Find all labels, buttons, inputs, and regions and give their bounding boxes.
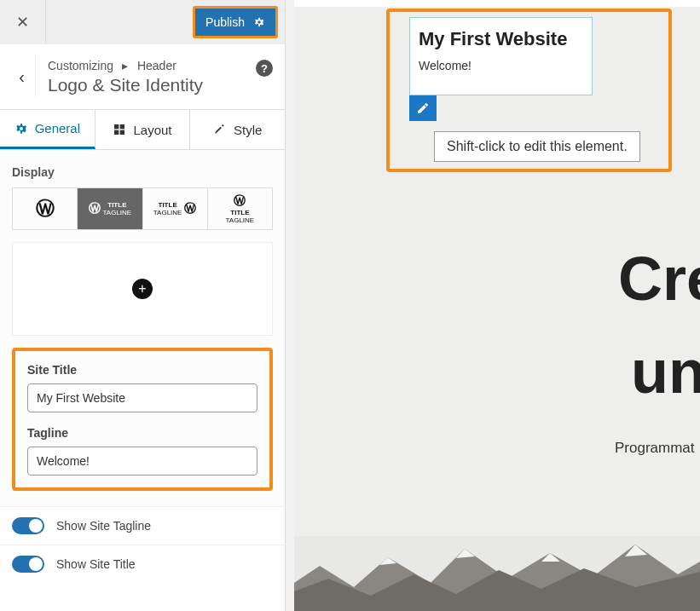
- display-label: Display: [12, 165, 273, 179]
- customizer-sidebar: ✕ Publish ‹ Customizing ▸ Header Logo & …: [0, 0, 286, 611]
- plus-icon: +: [138, 281, 146, 297]
- publish-button[interactable]: Publish: [193, 6, 278, 38]
- hero-heading-2: un: [631, 337, 700, 406]
- site-identity-preview[interactable]: My First Website Welcome!: [409, 17, 593, 95]
- add-logo-button[interactable]: +: [132, 279, 153, 299]
- identity-form-highlight: Site Title Tagline: [12, 348, 273, 491]
- gear-icon: [253, 16, 265, 28]
- toggle-show-title-row: Show Site Title: [0, 545, 285, 583]
- svg-rect-1: [120, 124, 124, 129]
- wordpress-logo-icon: Ⓦ: [184, 201, 196, 216]
- layout-icon: [113, 123, 126, 136]
- site-title-label: Site Title: [27, 363, 257, 377]
- display-title-logo-inline[interactable]: TITLETAGLINEⓌ: [143, 188, 208, 229]
- edit-tooltip: Shift-click to edit this element.: [434, 131, 640, 162]
- publish-label: Publish: [205, 15, 245, 29]
- tab-label: Layout: [133, 123, 171, 137]
- site-preview: My First Website Welcome! Shift-click to…: [294, 0, 700, 611]
- wordpress-logo-icon: Ⓦ: [89, 201, 101, 216]
- breadcrumb-prefix: Customizing: [48, 59, 113, 72]
- toggle-show-title[interactable]: [12, 556, 44, 573]
- hero-subtitle: Programmat: [615, 440, 695, 457]
- tabs: General Layout Style: [0, 109, 285, 150]
- tab-label: Style: [234, 123, 262, 137]
- edit-element-button[interactable]: [409, 95, 437, 121]
- gear-icon: [14, 122, 28, 135]
- pencil-icon: [416, 101, 430, 115]
- svg-rect-2: [114, 130, 119, 135]
- svg-rect-0: [114, 124, 119, 129]
- site-title-input[interactable]: [27, 383, 257, 412]
- toggle-show-tagline[interactable]: [12, 517, 44, 534]
- chevron-left-icon: ‹: [19, 67, 25, 87]
- tagline-label: Tagline: [27, 426, 257, 440]
- breadcrumb-separator: ▸: [122, 59, 128, 72]
- logo-upload-box[interactable]: +: [12, 242, 273, 336]
- brush-icon: [213, 123, 227, 136]
- tab-style[interactable]: Style: [190, 110, 285, 149]
- hero-heading-1: Cre: [618, 245, 700, 313]
- toggle-show-tagline-row: Show Site Tagline: [0, 506, 285, 545]
- breadcrumb-title: Logo & Site Identity: [48, 75, 203, 95]
- help-icon[interactable]: ?: [256, 60, 273, 77]
- breadcrumb-parent: Header: [137, 59, 176, 72]
- sidebar-topbar: ✕ Publish: [0, 0, 285, 44]
- tab-label: General: [35, 121, 80, 135]
- display-logo-title-stacked[interactable]: ⓌTITLETAGLINE: [208, 188, 272, 229]
- preview-site-tagline: Welcome!: [419, 59, 583, 72]
- svg-rect-3: [120, 130, 124, 135]
- close-icon: ✕: [16, 13, 29, 32]
- display-logo-title-inline[interactable]: ⓌTITLETAGLINE: [78, 188, 142, 229]
- wordpress-logo-icon: Ⓦ: [234, 193, 246, 209]
- tab-layout[interactable]: Layout: [95, 110, 191, 149]
- toggle-label: Show Site Tagline: [56, 519, 151, 533]
- display-options: Ⓦ ⓌTITLETAGLINE TITLETAGLINEⓌ ⓌTITLETAGL…: [12, 187, 273, 230]
- background-mountain-image: [294, 536, 700, 611]
- panel-body: Display Ⓦ ⓌTITLETAGLINE TITLETAGLINEⓌ ⓌT…: [0, 150, 285, 506]
- display-logo-only[interactable]: Ⓦ: [13, 188, 78, 229]
- toggle-label: Show Site Title: [56, 557, 136, 571]
- breadcrumb: ‹ Customizing ▸ Header Logo & Site Ident…: [0, 44, 285, 109]
- preview-site-title: My First Website: [419, 28, 583, 50]
- tab-general[interactable]: General: [0, 110, 95, 149]
- back-button[interactable]: ‹: [9, 56, 36, 97]
- close-button[interactable]: ✕: [0, 0, 46, 44]
- tagline-input[interactable]: [27, 447, 257, 476]
- wordpress-logo-icon: Ⓦ: [36, 196, 55, 222]
